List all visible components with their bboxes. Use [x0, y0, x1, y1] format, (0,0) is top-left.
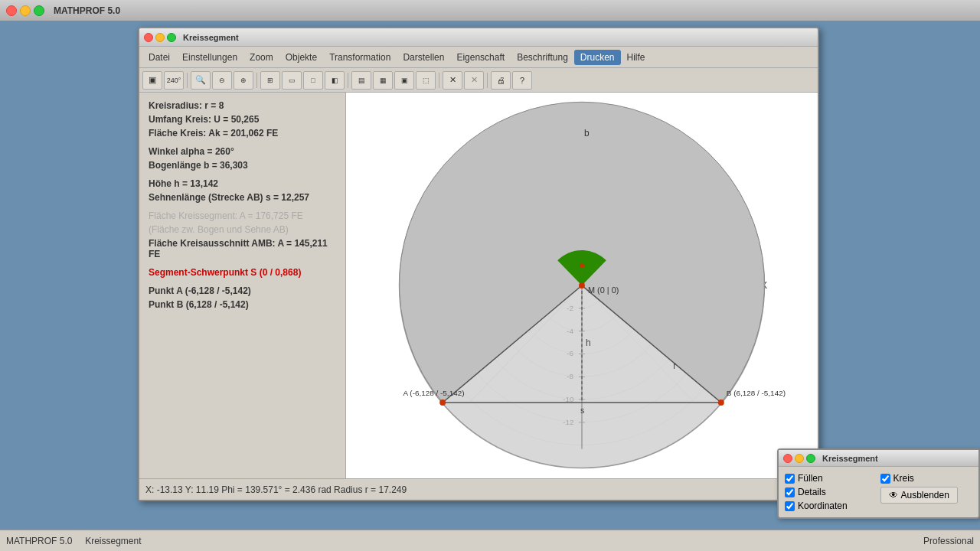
checkbox-fullen[interactable]: Füllen	[785, 473, 877, 484]
label-s: s	[580, 406, 585, 415]
app-title-bar: MATHPROF 5.0	[0, 0, 980, 21]
minimize-btn[interactable]	[20, 5, 31, 16]
info-ausschnitt: Fläche Kreisausschnitt AMB: A = 145,211 …	[149, 238, 336, 259]
point-B	[718, 399, 724, 406]
tb-grid[interactable]: ⊞	[260, 71, 280, 90]
status-coords: X: -13.13 Y: 11.19 Phi = 139.571° = 2.43…	[145, 484, 407, 495]
checkbox-koordinaten-input[interactable]	[785, 501, 795, 511]
label-h: h	[586, 337, 591, 348]
tb-select[interactable]: ▣	[142, 71, 162, 90]
tb-zoom-reset[interactable]: 240°	[164, 71, 184, 90]
point-A-label: A (-6,128 / -5,142)	[403, 389, 465, 397]
checkbox-details[interactable]: Details	[785, 487, 877, 497]
tb-icon4[interactable]: ⬚	[416, 71, 436, 90]
kseg-title-text: Kreissegment	[822, 454, 878, 463]
win-min-btn[interactable]	[155, 33, 165, 42]
tb-help[interactable]: ?	[512, 71, 532, 90]
kseg-close-btn[interactable]	[783, 454, 792, 463]
win-max-btn[interactable]	[167, 33, 176, 42]
maximize-btn[interactable]	[34, 5, 44, 16]
info-schwerpunkt: Segment-Schwerpunkt S (0 / 0,868)	[149, 267, 336, 278]
info-seg-flaeche: Fläche Kreissegment: A = 176,725 FE	[149, 210, 336, 221]
tb-rect2[interactable]: ◧	[325, 71, 345, 90]
menu-zoom[interactable]: Zoom	[243, 50, 279, 65]
checkbox-fullen-label: Füllen	[798, 473, 823, 484]
tb-icon1[interactable]: ▤	[351, 71, 371, 90]
checkbox-kreis[interactable]: Kreis	[880, 473, 914, 484]
kreisseg-panel: Kreissegment Füllen Details Koordinaten …	[777, 448, 980, 519]
checkbox-details-input[interactable]	[785, 487, 795, 497]
menu-datei[interactable]: Datei	[142, 50, 176, 65]
tb-icon3[interactable]: ▣	[394, 71, 414, 90]
checkbox-kreis-input[interactable]	[880, 474, 890, 484]
point-A	[439, 399, 446, 406]
info-panel: Kreisradius: r = 8 Umfang Kreis: U = 50,…	[139, 93, 346, 478]
tb-rect[interactable]: □	[303, 71, 323, 90]
menu-darstellen[interactable]: Darstellen	[397, 50, 450, 65]
graph-area[interactable]: 2 4 6 8 10 12 -2 -4 -6 -8 -10 -12 -2 -4 …	[346, 93, 818, 478]
status-module: Kreissegment	[85, 536, 141, 546]
toolbar: ▣ 240° 🔍 ⊖ ⊕ ⊞ ▭ □ ◧ ▤ ▦ ▣ ⬚ ✕ ✕ 🖨 ?	[139, 68, 818, 93]
tb-icon2[interactable]: ▦	[373, 71, 393, 90]
info-flaeche-kreis: Fläche Kreis: Ak = 201,062 FE	[149, 128, 336, 139]
info-seg-flaeche2: (Fläche zw. Bogen und Sehne AB)	[149, 224, 336, 235]
main-window: Kreissegment Datei Einstellungen Zoom Ob…	[138, 27, 819, 501]
close-btn[interactable]	[6, 5, 17, 16]
status-app: MATHPROF 5.0	[6, 536, 72, 546]
status-left: MATHPROF 5.0 Kreissegment	[6, 536, 923, 546]
info-radius: Kreisradius: r = 8	[149, 100, 336, 111]
point-B-label: B (6,128 / -5,142)	[727, 389, 786, 397]
checkbox-fullen-input[interactable]	[785, 474, 795, 484]
status-bar: MATHPROF 5.0 Kreissegment Professional	[0, 530, 980, 551]
checkbox-koordinaten[interactable]: Koordinaten	[785, 500, 877, 511]
kseg-min-btn[interactable]	[795, 454, 804, 463]
tb-close2[interactable]: ✕	[464, 71, 484, 90]
label-b: b	[584, 128, 590, 139]
info-bogen: Bogenlänge b = 36,303	[149, 160, 336, 171]
window-title: Kreissegment	[183, 33, 239, 42]
info-hoehe: Höhe h = 13,142	[149, 178, 336, 189]
menu-bar: Datei Einstellungen Zoom Objekte Transfo…	[139, 47, 818, 68]
tb-close1[interactable]: ✕	[443, 71, 462, 90]
win-close-btn[interactable]	[144, 33, 153, 42]
center-point	[579, 282, 585, 289]
info-punkt-a: Punkt A (-6,128 / -5,142)	[149, 285, 336, 296]
menu-hilfe[interactable]: Hilfe	[621, 50, 652, 65]
label-r: r	[673, 360, 676, 371]
content-area: Kreisradius: r = 8 Umfang Kreis: U = 50,…	[139, 93, 818, 478]
menu-transformation[interactable]: Transformation	[323, 50, 397, 65]
tb-zoom-out[interactable]: 🔍	[191, 71, 211, 90]
schwerpunkt-S	[580, 263, 584, 268]
app-title: MATHPROF 5.0	[54, 5, 120, 16]
kreisseg-panel-title: Kreissegment	[779, 450, 978, 467]
kseg-checkboxes-left: Füllen Details Koordinaten	[785, 473, 877, 511]
center-label: M (0 | 0)	[588, 285, 619, 295]
ausblenden-icon: 👁	[889, 490, 898, 500]
checkbox-kreis-label: Kreis	[893, 473, 914, 484]
tb-zoom-in2[interactable]: ⊖	[212, 71, 232, 90]
tb-fit[interactable]: ▭	[282, 71, 302, 90]
checkbox-details-label: Details	[798, 487, 826, 497]
menu-drucken[interactable]: Drucken	[574, 50, 621, 65]
tb-print[interactable]: 🖨	[491, 71, 511, 90]
info-punkt-b: Punkt B (6,128 / -5,142)	[149, 299, 336, 310]
menu-eigenschaft[interactable]: Eigenschaft	[450, 50, 511, 65]
status-edition: Professional	[923, 536, 974, 546]
window-title-bar: Kreissegment	[139, 28, 818, 47]
checkbox-koordinaten-label: Koordinaten	[798, 500, 848, 511]
ausblenden-button[interactable]: 👁 Ausblenden	[880, 487, 958, 504]
ausblenden-label: Ausblenden	[901, 490, 949, 500]
menu-beschriftung[interactable]: Beschriftung	[511, 50, 574, 65]
window-status-bar: X: -13.13 Y: 11.19 Phi = 139.571° = 2.43…	[139, 478, 818, 500]
kseg-right-controls: Kreis 👁 Ausblenden	[880, 473, 973, 511]
tb-zoom-in3[interactable]: ⊕	[234, 71, 253, 90]
info-umfang: Umfang Kreis: U = 50,265	[149, 114, 336, 125]
menu-objekte[interactable]: Objekte	[279, 50, 323, 65]
kseg-max-btn[interactable]	[806, 454, 815, 463]
menu-einstellungen[interactable]: Einstellungen	[176, 50, 243, 65]
info-winkel: Winkel alpha = 260°	[149, 146, 336, 157]
info-sehne: Sehnenlänge (Strecke AB) s = 12,257	[149, 192, 336, 203]
